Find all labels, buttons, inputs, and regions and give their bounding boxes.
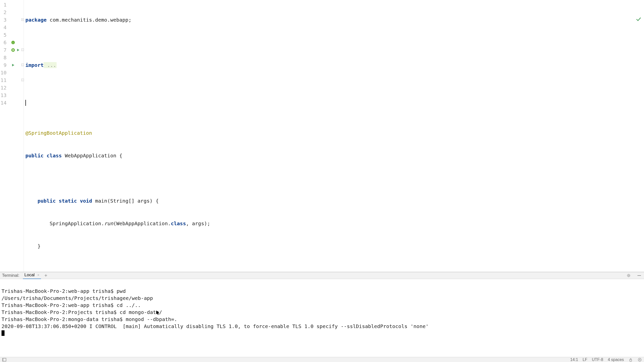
keyword: class — [171, 220, 186, 227]
text-caret — [25, 100, 26, 106]
status-encoding[interactable]: UTF-8 — [592, 357, 603, 362]
editor-gutter[interactable]: 1 2 3 4 5 6 7 — [0, 0, 24, 272]
svg-point-2 — [628, 275, 629, 276]
terminal-line: Trishas-MacBook-Pro-2:web-app trisha$ cd… — [2, 302, 141, 308]
folded-imports[interactable]: ... — [44, 62, 57, 68]
terminal-line: Trishas-MacBook-Pro-2:mongo-data trisha$… — [2, 316, 177, 322]
spring-bean-icon[interactable] — [11, 40, 15, 44]
status-line-separator[interactable]: LF — [583, 357, 587, 362]
svg-line-10 — [630, 274, 630, 275]
svg-point-16 — [639, 359, 640, 360]
line-number: 6 — [4, 39, 7, 46]
code-text: SpringApplication. — [50, 220, 104, 227]
hide-panel-icon[interactable] — [637, 273, 641, 278]
static-method: run — [104, 220, 113, 227]
line-number: 12 — [1, 85, 7, 91]
inspection-profile-icon[interactable] — [637, 357, 642, 362]
svg-point-0 — [11, 41, 15, 44]
terminal-line: Trishas-MacBook-Pro-2:Projects trisha$ c… — [2, 309, 162, 315]
code-text: com.mechanitis.demo.webapp; — [47, 17, 131, 23]
status-caret-position[interactable]: 14:1 — [570, 357, 578, 362]
readonly-lock-icon[interactable] — [628, 357, 633, 362]
toolwindow-title: Terminal: — [2, 273, 19, 278]
code-text: WebAppApplication { — [62, 153, 123, 159]
toolwindows-toggle-icon[interactable] — [2, 357, 7, 362]
line-number: 2 — [4, 9, 7, 15]
terminal-settings-icon[interactable] — [626, 273, 631, 278]
line-number: 8 — [4, 55, 7, 61]
terminal-tab[interactable]: Local × — [23, 272, 41, 279]
svg-line-9 — [627, 277, 628, 277]
line-number: 9 — [4, 62, 7, 68]
status-indent[interactable]: 4 spaces — [608, 357, 624, 362]
line-number: 5 — [4, 32, 7, 38]
terminal-line: /Users/trisha/Documents/Projects/trishag… — [2, 295, 153, 301]
terminal-line: Trishas-MacBook-Pro-2:web-app trisha$ pw… — [2, 288, 126, 294]
editor-pane: 1 2 3 4 5 6 7 — [0, 0, 644, 272]
run-class-icon[interactable] — [16, 48, 20, 52]
code-text: (WebAppApplication. — [113, 220, 171, 227]
keyword: void — [80, 198, 92, 204]
line-number: 14 — [1, 100, 7, 106]
code-editor[interactable]: package com.mechanitis.demo.webapp; impo… — [24, 0, 644, 272]
terminal-line: 2020-09-08T13:37:06.850+0200 I CONTROL [… — [2, 323, 429, 329]
line-number: 10 — [1, 70, 7, 76]
line-number: 13 — [1, 92, 7, 98]
keyword: class — [47, 153, 62, 159]
svg-line-8 — [630, 277, 630, 277]
line-number: 7 — [4, 47, 7, 53]
spring-boot-run-icon[interactable] — [11, 48, 15, 52]
line-number: 3 — [4, 17, 7, 23]
code-text: } — [37, 243, 41, 249]
code-text: , args); — [186, 220, 210, 227]
keyword: public — [25, 153, 44, 159]
keyword: package — [25, 17, 47, 23]
keyword: static — [59, 198, 77, 204]
svg-line-7 — [627, 274, 628, 275]
app-root: 1 2 3 4 5 6 7 — [0, 0, 644, 362]
line-number: 4 — [4, 24, 7, 30]
run-main-icon[interactable] — [11, 63, 15, 67]
terminal-header: Terminal: Local × + — [0, 272, 644, 279]
svg-rect-13 — [3, 358, 4, 361]
line-number: 11 — [1, 77, 7, 83]
keyword: public — [37, 198, 56, 204]
line-number: 1 — [4, 2, 7, 8]
svg-rect-11 — [637, 275, 641, 276]
code-text: main(String[] args) { — [92, 198, 159, 204]
terminal-output[interactable]: Trishas-MacBook-Pro-2:web-app trisha$ pw… — [0, 279, 644, 357]
terminal-cursor — [2, 330, 5, 336]
inspection-ok-icon[interactable] — [636, 2, 641, 7]
keyword: import — [25, 62, 44, 68]
close-tab-icon[interactable]: × — [37, 273, 39, 277]
terminal-tab-label: Local — [24, 273, 35, 277]
annotation: @SpringBootApplication — [25, 130, 92, 136]
status-bar: 14:1 LF UTF-8 4 spaces — [0, 357, 644, 362]
new-terminal-tab-icon[interactable]: + — [45, 273, 48, 279]
svg-rect-14 — [630, 359, 632, 361]
